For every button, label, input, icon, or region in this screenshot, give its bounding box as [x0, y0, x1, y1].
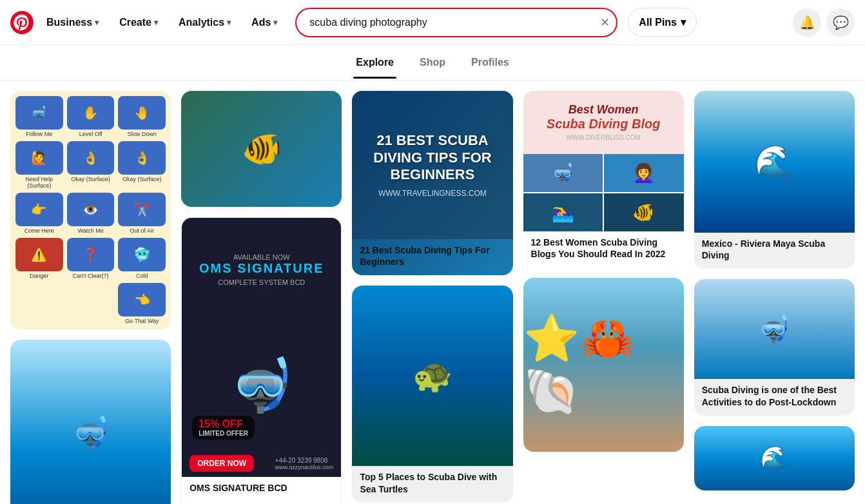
nav-business[interactable]: Business ▾	[39, 12, 106, 34]
pin-card[interactable]: 🌊	[694, 426, 855, 490]
sub-navigation: Explore Shop Profiles	[0, 45, 865, 81]
pin-card[interactable]: 🤿	[10, 340, 171, 504]
notification-button[interactable]: 🔔	[793, 8, 821, 37]
svg-point-0	[10, 11, 34, 34]
pin-card[interactable]: 🤿 Follow Me ✋ Level Off 🤚 Slow Down	[10, 91, 171, 329]
nav-create[interactable]: Create ▾	[112, 12, 166, 34]
order-now-button[interactable]: ORDER NOW	[190, 455, 254, 472]
pin-card[interactable]: 🐠	[181, 91, 342, 207]
nav-analytics[interactable]: Analytics ▾	[171, 12, 238, 34]
pin-card[interactable]: Best Women Scuba Diving Blog WWW.DIVERBL…	[523, 91, 684, 267]
pinterest-logo[interactable]	[10, 11, 34, 34]
app-header: Business ▾ Create ▾ Analytics ▾ Ads ▾ ✕ …	[0, 0, 865, 45]
tab-shop[interactable]: Shop	[417, 52, 448, 73]
pins-grid: 🤿 Follow Me ✋ Level Off 🤚 Slow Down	[0, 81, 865, 504]
nav-ads[interactable]: Ads ▾	[244, 12, 285, 34]
chevron-down-icon: ▾	[681, 16, 686, 28]
search-bar: ✕	[295, 8, 617, 37]
tab-explore[interactable]: Explore	[353, 52, 396, 73]
all-pins-button[interactable]: All Pins ▾	[628, 8, 697, 37]
header-icons: 🔔 💬	[793, 8, 855, 37]
chevron-down-icon: ▾	[273, 18, 277, 27]
pin-card-ad[interactable]: AVAILABLE NOW OMS SIGNATURE COMPLETE SYS…	[181, 217, 342, 504]
chevron-down-icon: ▾	[154, 18, 158, 27]
message-button[interactable]: 💬	[826, 8, 855, 37]
tab-profiles[interactable]: Profiles	[469, 52, 512, 73]
chevron-down-icon: ▾	[95, 18, 99, 27]
pin-card[interactable]: 21 BEST SCUBADIVING TIPS FORBEGINNERS WW…	[352, 91, 512, 275]
pin-card[interactable]: 🌊 Mexico - Riviera Maya Scuba Diving	[694, 91, 855, 269]
search-input[interactable]	[295, 8, 617, 37]
chevron-down-icon: ▾	[227, 18, 231, 27]
pin-card[interactable]: 🤿 Scuba Diving is one of the Best Activi…	[694, 279, 855, 415]
pin-card[interactable]: 🐢 Top 5 Places to Scuba Dive with Sea Tu…	[352, 286, 512, 502]
clear-search-icon[interactable]: ✕	[600, 15, 610, 30]
pin-card[interactable]: ⭐🦀🐚	[523, 278, 684, 452]
